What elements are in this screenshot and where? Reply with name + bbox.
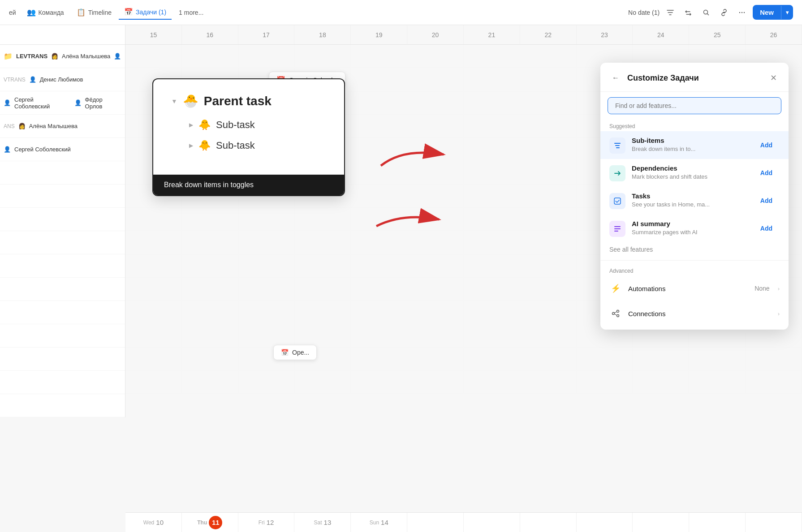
avatar-5: 👤 xyxy=(4,146,11,153)
day-empty-7 xyxy=(746,513,802,532)
new-btn-chevron[interactable]: ▾ xyxy=(781,6,793,19)
col-17: 17 xyxy=(238,25,295,44)
ai-summary-text: AI summary Summarize pages with AI xyxy=(632,220,747,236)
tooltip-footer-text: Break down items in toggles xyxy=(164,181,254,189)
nav-clipped: ей xyxy=(9,9,16,16)
col-24: 24 xyxy=(633,25,689,44)
ai-summary-add-btn[interactable]: Add xyxy=(753,222,780,235)
dependencies-icon xyxy=(609,165,625,181)
see-all-features-link[interactable]: See all features xyxy=(600,242,789,260)
more-options-btn[interactable] xyxy=(735,5,749,20)
col-25: 25 xyxy=(689,25,746,44)
filter-btn[interactable] xyxy=(663,5,677,20)
tasks-feature-icon xyxy=(609,193,625,209)
svg-rect-10 xyxy=(614,226,621,227)
svg-point-3 xyxy=(744,12,745,13)
feature-ai-summary[interactable]: AI summary Summarize pages with AI Add xyxy=(600,215,789,242)
day-sat: Sat 13 xyxy=(294,513,351,532)
sub-items-name: Sub-items xyxy=(632,137,747,144)
day-empty-1 xyxy=(407,513,464,532)
assignee-row-10 xyxy=(0,254,125,278)
tasks-feature-text: Tasks See your tasks in Home, ma... xyxy=(632,192,747,208)
nav-item-team[interactable]: 👥 Команда xyxy=(22,5,69,19)
sub-items-add-btn[interactable]: Add xyxy=(753,139,780,151)
assignee-row-4: ANS 👩 Алёна Малышева xyxy=(0,115,125,138)
col-20: 20 xyxy=(407,25,464,44)
avatar-1b: 👤 xyxy=(114,53,121,60)
sub-items-icon xyxy=(609,137,625,154)
col-21: 21 xyxy=(464,25,520,44)
link-btn[interactable] xyxy=(717,5,731,20)
nav-item-more[interactable]: 1 more... xyxy=(173,6,209,19)
day-thu: Thu 11 xyxy=(182,513,238,532)
assignee-name-2: Денис Любимов xyxy=(40,76,83,83)
panel-close-btn[interactable]: ✕ xyxy=(767,72,780,84)
project-name-4: ANS xyxy=(4,123,15,129)
svg-rect-7 xyxy=(615,145,620,146)
assignee-rows: 📁 LEVTRANS 👩 Алёна Малышева 👤 VTRANS 👤 Д… xyxy=(0,45,125,417)
svg-rect-6 xyxy=(614,143,621,144)
assignee-row-15 xyxy=(0,371,125,394)
advanced-automations[interactable]: ⚡ Automations None › xyxy=(600,276,789,301)
tasks-add-btn[interactable]: Add xyxy=(753,194,780,207)
panel-header: ← Customize Задачи ✕ xyxy=(600,63,789,92)
avatar-1a: 👩 xyxy=(51,53,58,60)
sub-task-1-emoji: 🐥 xyxy=(198,119,211,131)
assignee-row-7 xyxy=(0,184,125,208)
search-btn[interactable] xyxy=(699,5,713,20)
sub-task-2-name: Sub-task xyxy=(216,140,255,151)
svg-point-15 xyxy=(617,315,619,317)
tooltip-content: ▼ 🐣 Parent task ▶ 🐥 Sub-task ▶ 🐥 Sub-tas… xyxy=(153,79,344,175)
automations-icon: ⚡ xyxy=(609,282,622,295)
assignee-row-13 xyxy=(0,324,125,348)
top-nav: ей 👥 Команда 📋 Timeline 📅 Задачи (1) 1 m… xyxy=(0,0,802,25)
col-26: 26 xyxy=(746,25,802,44)
panel-search-container xyxy=(608,97,781,114)
panel-title: Customize Задачи xyxy=(627,73,762,83)
avatar-3a: 👤 xyxy=(4,99,11,106)
folder-icon: 📁 xyxy=(4,52,13,60)
assignee-row-2: VTRANS 👤 Денис Любимов xyxy=(0,68,125,91)
connections-icon xyxy=(609,307,622,320)
sub-task-item-2: ▶ 🐥 Sub-task xyxy=(171,140,326,151)
svg-rect-9 xyxy=(614,198,621,204)
assignee-row-9 xyxy=(0,231,125,254)
svg-point-1 xyxy=(739,12,740,13)
team-icon: 👥 xyxy=(27,8,36,17)
day-empty-4 xyxy=(577,513,633,532)
parent-task-emoji: 🐣 xyxy=(183,94,198,108)
week-day-header: 15 16 17 18 19 20 21 22 23 24 25 26 xyxy=(125,25,802,45)
nav-team-label: Команда xyxy=(39,9,64,16)
svg-rect-8 xyxy=(616,147,620,148)
open-in-calendar-btn-2[interactable]: 📅 Ope... xyxy=(273,345,317,360)
dependencies-text: Dependencies Mark blockers and shift dat… xyxy=(632,164,747,180)
col-23: 23 xyxy=(577,25,633,44)
feature-tasks[interactable]: Tasks See your tasks in Home, ma... Add xyxy=(600,187,789,215)
svg-rect-12 xyxy=(614,231,618,232)
assignee-row-1: 📁 LEVTRANS 👩 Алёна Малышева 👤 xyxy=(0,45,125,68)
ai-summary-desc: Summarize pages with AI xyxy=(632,229,747,236)
sort-btn[interactable] xyxy=(681,5,695,20)
advanced-label: Advanced xyxy=(600,264,789,276)
dependencies-add-btn[interactable]: Add xyxy=(753,167,780,179)
panel-back-btn[interactable]: ← xyxy=(609,72,622,84)
col-15: 15 xyxy=(125,25,182,44)
project-name-2: VTRANS xyxy=(4,77,26,83)
nav-item-timeline[interactable]: 📋 Timeline xyxy=(71,5,117,19)
nav-item-tasks[interactable]: 📅 Задачи (1) xyxy=(119,5,172,20)
feature-search-input[interactable] xyxy=(608,97,781,114)
new-button[interactable]: New ▾ xyxy=(753,5,793,20)
ai-summary-name: AI summary xyxy=(632,220,747,227)
sub-toggle-2: ▶ xyxy=(189,142,193,149)
day-fri: Fri 12 xyxy=(238,513,295,532)
connections-name: Connections xyxy=(628,310,770,317)
grid-row-14 xyxy=(125,348,802,371)
sub-task-2-emoji: 🐥 xyxy=(198,140,211,151)
nav-right: No date (1) New ▾ xyxy=(628,5,793,20)
feature-dependencies[interactable]: Dependencies Mark blockers and shift dat… xyxy=(600,159,789,187)
feature-sub-items[interactable]: Sub-items Break down items in to... Add xyxy=(600,131,789,159)
day-sun: Sun 14 xyxy=(351,513,407,532)
col-19: 19 xyxy=(351,25,407,44)
advanced-connections[interactable]: Connections › xyxy=(600,301,789,326)
sub-items-desc: Break down items in to... xyxy=(632,146,747,152)
